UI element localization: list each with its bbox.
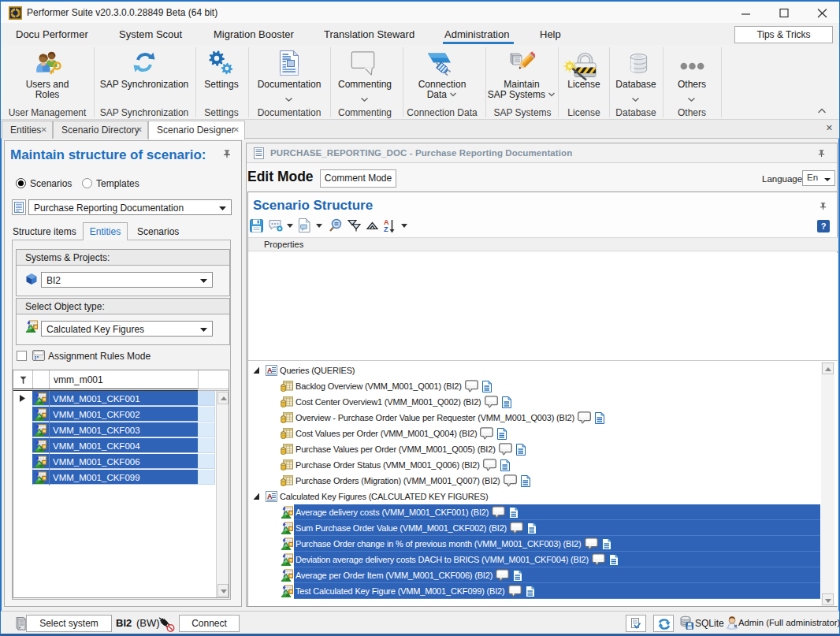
svg-text:Z: Z <box>384 225 388 233</box>
